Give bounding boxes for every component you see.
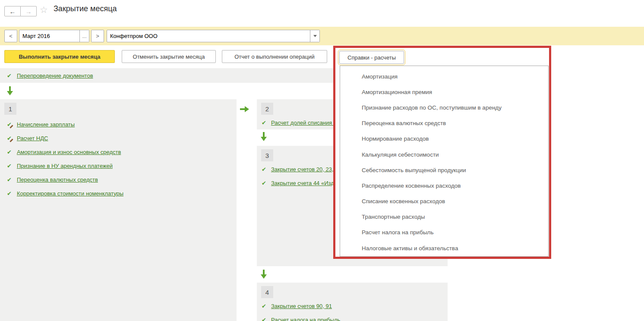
flow-down-arrow-icon [261,270,267,279]
period-picker-button[interactable]: ... [79,30,89,42]
previous-period-button[interactable]: < [4,30,17,42]
edited-check-icon: ✔ [7,122,12,127]
menu-item[interactable]: Списание косвенных расходов [340,194,548,209]
reposting-link[interactable]: Перепроведение документов [17,72,93,79]
operation-link[interactable]: Амортизация и износ основных средств [17,149,121,155]
menu-item[interactable]: Признание расходов по ОС, поступившим в … [340,100,548,115]
check-icon: ✔ [262,120,266,126]
operation-link[interactable]: Начисление зарплаты [17,121,75,128]
period-input[interactable] [19,30,79,42]
operation-link[interactable]: Корректировка стоимости номенклатуры [17,190,123,197]
page-title: Закрытие месяца [54,4,117,13]
run-closing-button[interactable]: Выполнить закрытие месяца [4,50,115,63]
pencil-mark-icon [9,125,13,128]
edited-check-icon: ✔ [7,135,12,141]
menu-item[interactable]: Транспортные расходы [340,209,548,225]
organization-input[interactable] [107,30,310,42]
references-calculations-button[interactable]: Справки - расчеты [339,51,404,64]
closing-block-4: 4 ✔ Закрытие счетов 90, 91 ✔ Расчет нало… [257,283,448,321]
check-icon: ✔ [7,73,12,79]
menu-item[interactable]: Амортизация [340,69,548,84]
check-icon: ✔ [262,303,266,309]
operations-report-button[interactable]: Отчет о выполнении операций [222,50,327,63]
back-button[interactable]: ← [4,6,21,16]
forward-icon: → [25,8,32,15]
operation-row: ✔ Признание в НУ арендных платежей [7,159,113,173]
history-nav: ← → [4,6,37,16]
menu-item[interactable]: Налоговые активы и обязательства [340,240,548,256]
operation-link[interactable]: Расчет НДС [17,135,48,142]
annotation-rectangle: Справки - расчеты Амортизация Амортизаци… [333,46,551,259]
flow-down-arrow-icon [261,132,267,142]
menu-item[interactable]: Расчет налога на прибыль [340,225,548,240]
operation-row: ✔ Корректировка стоимости номенклатуры [7,186,123,200]
operation-row: ✔ Начисление зарплаты [7,117,75,131]
next-period-button[interactable]: > [91,30,104,42]
period-field-wrap: ... [19,30,89,42]
operation-link[interactable]: Переоценка валютных средств [17,176,98,183]
menu-item[interactable]: Амортизационная премия [340,84,548,100]
pencil-mark-icon [9,138,13,142]
menu-item[interactable]: Калькуляция себестоимости [340,147,548,162]
operation-link[interactable]: Расчет налога на прибыль [271,317,340,321]
cancel-closing-button[interactable]: Отменить закрытие месяца [122,50,216,63]
references-dropdown-menu: Амортизация Амортизационная премия Призн… [340,66,549,257]
operation-link[interactable]: Признание в НУ арендных платежей [17,163,113,169]
menu-item[interactable]: Себестоимость выпущеной продукции [340,162,548,178]
dropdown-caret-icon [313,35,317,37]
menu-item[interactable]: Нормирование расходов [340,131,548,147]
closing-block-1: 1 ✔ Начисление зарплаты ✔ Расчет НДС ✔ А… [0,99,237,321]
forward-button[interactable]: → [20,6,37,16]
operation-row: ✔ Расчет налога на прибыль [262,313,340,321]
block-number-badge: 4 [261,286,273,298]
block-number-badge: 3 [261,149,273,161]
menu-item[interactable]: Переоценка валютных средств [340,116,548,131]
period-toolbar: < ... > Состояние: Выполнено [0,27,644,45]
check-icon: ✔ [7,163,12,169]
operation-row: ✔ Закрытие счетов 90, 91 [262,299,332,313]
check-icon: ✔ [7,177,12,183]
organization-dropdown-button[interactable] [310,30,319,42]
operation-row: ✔ Расчет НДС [7,131,48,145]
favorite-star-icon[interactable]: ☆ [40,5,48,15]
block-number-badge: 1 [4,103,16,115]
check-icon: ✔ [7,149,12,155]
check-icon: ✔ [7,191,12,196]
block-number-badge: 2 [261,103,273,115]
check-icon: ✔ [262,180,266,186]
back-icon: ← [9,8,16,15]
menu-item[interactable]: Распределение косвенных расходов [340,178,548,193]
organization-field-wrap [107,30,320,42]
flow-right-arrow-icon [240,106,249,112]
check-icon: ✔ [262,317,266,321]
flow-down-arrow-icon [7,86,13,96]
check-icon: ✔ [262,167,266,172]
operation-row: ✔ Переоценка валютных средств [7,173,98,186]
operation-link[interactable]: Закрытие счетов 90, 91 [271,303,332,309]
operation-row: ✔ Амортизация и износ основных средств [7,145,121,159]
